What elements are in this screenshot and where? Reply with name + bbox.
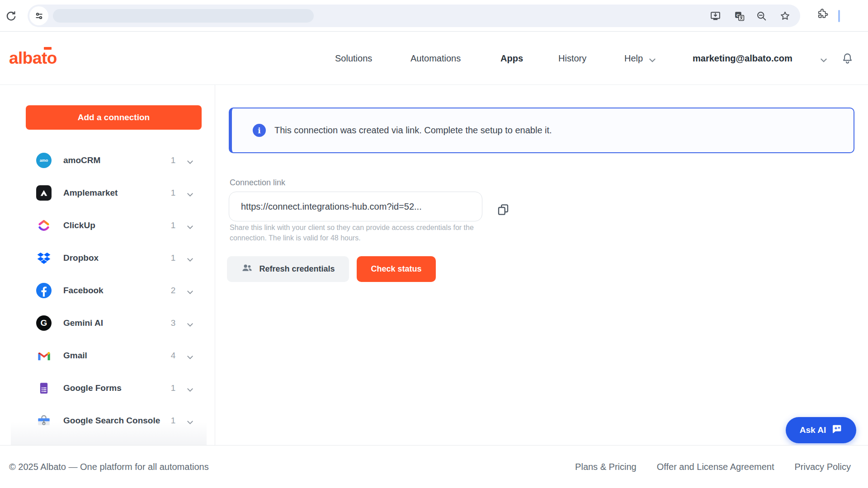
sidebar-app-google-search-console[interactable]: Google Search Console 1	[0, 404, 215, 437]
translate-icon[interactable]: G	[733, 10, 745, 22]
chevron-down-icon[interactable]	[187, 288, 193, 296]
sidebar-app-gemini[interactable]: G Gemini AI 3	[0, 307, 215, 339]
google-search-console-icon	[36, 413, 52, 428]
sidebar-app-facebook[interactable]: Facebook 2	[0, 274, 215, 307]
sidebar-app-amocrm[interactable]: amo amoCRM 1	[0, 144, 215, 177]
notifications-bell-icon[interactable]	[841, 52, 854, 66]
people-icon	[241, 262, 253, 277]
ask-ai-label: Ask AI	[800, 425, 826, 435]
chevron-down-icon[interactable]	[187, 190, 193, 198]
zoom-out-icon[interactable]	[755, 10, 767, 22]
refresh-credentials-label: Refresh credentials	[259, 264, 335, 274]
reload-icon[interactable]	[5, 10, 17, 23]
chevron-down-icon[interactable]	[649, 56, 656, 64]
footer-link-plans[interactable]: Plans & Pricing	[575, 462, 637, 472]
gemini-icon: G	[36, 315, 52, 331]
logo-text: albato	[9, 49, 57, 67]
app-header: albato Solutions Automations Apps Histor…	[0, 32, 868, 85]
footer-link-offer[interactable]: Offer and License Agreement	[657, 462, 774, 472]
footer-links: Plans & Pricing Offer and License Agreem…	[575, 462, 851, 472]
profile-indicator	[838, 10, 840, 22]
chevron-down-icon[interactable]	[187, 223, 193, 231]
browser-toolbar: G	[0, 0, 868, 32]
install-app-icon[interactable]	[709, 10, 721, 22]
sidebar-app-dropbox[interactable]: Dropbox 1	[0, 242, 215, 274]
ask-ai-button[interactable]: Ask AI	[786, 417, 856, 443]
extensions-icon[interactable]	[816, 8, 828, 19]
chevron-down-icon[interactable]	[187, 385, 193, 394]
add-connection-button[interactable]: Add a connection	[26, 105, 202, 130]
google-forms-icon	[36, 380, 52, 396]
account-menu[interactable]: marketing@albato.com	[693, 32, 793, 85]
chevron-down-icon[interactable]	[187, 255, 193, 263]
address-bar[interactable]: G	[28, 5, 800, 27]
chevron-down-icon[interactable]	[821, 56, 827, 64]
nav-solutions[interactable]: Solutions	[335, 32, 372, 85]
sidebar-app-gmail[interactable]: Gmail 4	[0, 339, 215, 372]
refresh-credentials-button[interactable]: Refresh credentials	[227, 256, 349, 282]
chevron-down-icon[interactable]	[187, 353, 193, 361]
bookmark-star-icon[interactable]	[779, 10, 791, 22]
connection-link-label: Connection link	[230, 178, 285, 188]
sidebar-app-clickup[interactable]: ClickUp 1	[0, 209, 215, 242]
nav-apps[interactable]: Apps	[500, 32, 523, 85]
sidebar-app-google-forms[interactable]: Google Forms 1	[0, 372, 215, 404]
info-icon: i	[253, 124, 266, 137]
chevron-down-icon[interactable]	[187, 320, 193, 328]
dropbox-icon	[36, 250, 52, 266]
check-status-button[interactable]: Check status	[357, 256, 436, 282]
nav-history[interactable]: History	[558, 32, 586, 85]
gmail-icon	[36, 348, 52, 363]
logo-t-bar	[44, 47, 52, 50]
tune-icon[interactable]	[29, 6, 48, 25]
nav-automations[interactable]: Automations	[410, 32, 461, 85]
amocrm-icon: amo	[36, 153, 52, 168]
connections-sidebar: Add a connection amo amoCRM 1 Amplemarke…	[0, 85, 215, 445]
chevron-down-icon[interactable]	[187, 158, 193, 166]
sidebar-app-amplemarket[interactable]: Amplemarket 1	[0, 177, 215, 209]
clickup-icon	[36, 218, 52, 233]
copy-icon[interactable]	[495, 202, 511, 218]
albato-logo[interactable]: albato	[9, 47, 57, 70]
amplemarket-icon	[36, 185, 52, 201]
chevron-down-icon[interactable]	[187, 418, 193, 426]
banner-message: This connection was created via link. Co…	[274, 125, 552, 136]
copyright-text: © 2025 Albato — One platform for all aut…	[9, 462, 209, 472]
nav-help[interactable]: Help	[624, 32, 643, 85]
footer-link-privacy[interactable]: Privacy Policy	[795, 462, 851, 472]
connection-link-input[interactable]	[229, 192, 482, 221]
page-footer: © 2025 Albato — One platform for all aut…	[0, 445, 868, 488]
info-banner: i This connection was created via link. …	[229, 108, 854, 153]
url-field[interactable]	[53, 9, 314, 23]
link-helper-text: Share this link with your client so they…	[230, 222, 494, 243]
ai-sparkle-chat-icon	[831, 423, 842, 437]
facebook-icon	[36, 283, 52, 298]
